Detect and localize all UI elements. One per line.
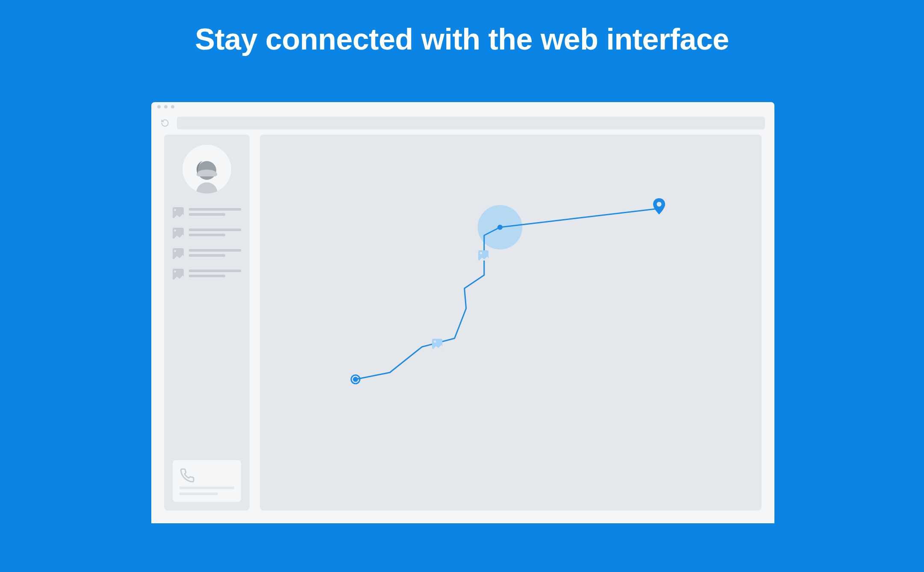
browser-toolbar <box>151 111 774 135</box>
image-thumb-icon <box>173 228 184 239</box>
browser-window <box>151 102 774 523</box>
window-dot <box>171 105 174 109</box>
photo-marker-icon[interactable] <box>478 250 488 261</box>
list-item[interactable] <box>173 207 241 218</box>
svg-point-4 <box>497 225 503 230</box>
sidebar <box>164 135 250 510</box>
map-panel[interactable] <box>260 135 762 510</box>
svg-point-5 <box>657 202 662 207</box>
image-thumb-icon <box>173 269 184 280</box>
svg-point-3 <box>353 377 358 382</box>
sidebar-list <box>173 207 241 280</box>
url-bar[interactable] <box>177 117 765 129</box>
window-dot <box>157 105 161 109</box>
map-pin-icon <box>653 198 665 214</box>
list-item-text <box>189 248 241 257</box>
phone-card[interactable] <box>173 460 241 502</box>
list-item-text <box>189 269 241 277</box>
route-path <box>260 135 762 510</box>
image-thumb-icon <box>173 248 184 259</box>
reload-icon[interactable] <box>161 119 169 127</box>
list-item-text <box>189 207 241 216</box>
list-item-text <box>189 228 241 236</box>
image-thumb-icon <box>173 207 184 218</box>
list-item[interactable] <box>173 228 241 239</box>
photo-marker-icon[interactable] <box>432 339 442 349</box>
window-titlebar <box>151 102 774 111</box>
list-item[interactable] <box>173 269 241 280</box>
avatar[interactable] <box>182 145 231 194</box>
headline: Stay connected with the web interface <box>0 22 924 56</box>
list-item[interactable] <box>173 248 241 259</box>
window-dot <box>164 105 168 109</box>
phone-icon <box>180 468 234 483</box>
